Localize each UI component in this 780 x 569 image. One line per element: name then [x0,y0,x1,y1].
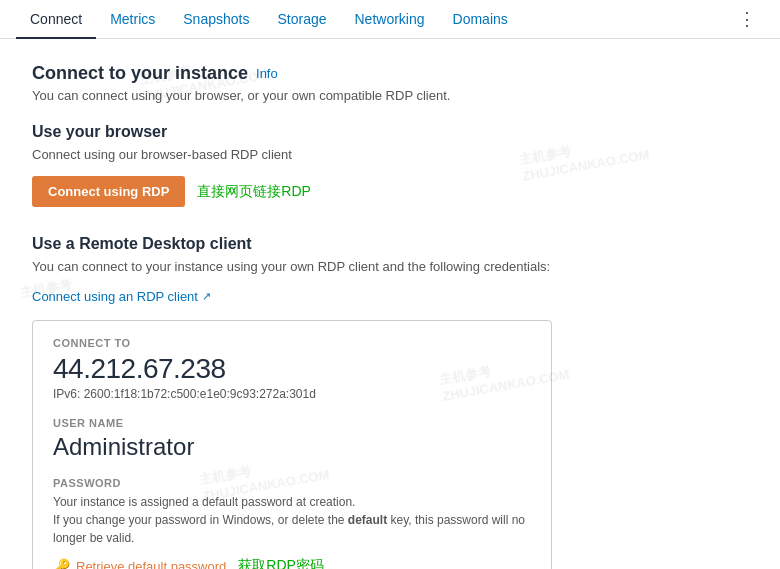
tab-snapshots[interactable]: Snapshots [169,1,263,39]
password-desc-line1: Your instance is assigned a default pass… [53,495,355,509]
username-section: USER NAME Administrator [53,417,531,461]
page-title: Connect to your instance Info [32,63,688,84]
connect-to-label: CONNECT TO [53,337,531,349]
rdp-client-section: Use a Remote Desktop client You can conn… [32,235,688,304]
info-link[interactable]: Info [256,66,278,81]
rdp-client-desc: You can connect to your instance using y… [32,259,688,274]
key-icon: 🔑 [53,558,70,569]
external-link-icon: ↗ [202,290,211,303]
rdp-annotation: 直接网页链接RDP [197,183,311,201]
credentials-box: CONNECT TO 44.212.67.238 IPv6: 2600:1f18… [32,320,552,569]
password-description: Your instance is assigned a default pass… [53,493,531,547]
tab-storage[interactable]: Storage [263,1,340,39]
main-content: Connect to your instance Info You can co… [0,39,720,569]
username-value: Administrator [53,433,531,461]
ip-address: 44.212.67.238 [53,353,531,385]
tab-networking[interactable]: Networking [341,1,439,39]
password-desc-bold: default [348,513,387,527]
connect-to-section: CONNECT TO 44.212.67.238 IPv6: 2600:1f18… [53,337,531,401]
password-desc-line2: If you change your password in Windows, … [53,513,345,527]
more-options-button[interactable]: ⋮ [730,0,764,38]
header-description: You can connect using your browser, or y… [32,88,688,103]
retrieve-password-link[interactable]: 🔑 Retrieve default password [53,558,226,569]
ipv6-address: IPv6: 2600:1f18:1b72:c500:e1e0:9c93:272a… [53,387,531,401]
tab-bar: Connect Metrics Snapshots Storage Networ… [0,0,780,39]
browser-section-title: Use your browser [32,123,688,141]
password-section: PASSWORD Your instance is assigned a def… [53,477,531,569]
rdp-button-row: Connect using RDP 直接网页链接RDP [32,176,688,207]
rdp-client-title: Use a Remote Desktop client [32,235,688,253]
connect-rdp-button[interactable]: Connect using RDP [32,176,185,207]
retrieve-annotation: 获取RDP密码 [238,557,324,569]
username-label: USER NAME [53,417,531,429]
retrieve-row: 🔑 Retrieve default password 获取RDP密码 [53,557,531,569]
connect-header-section: Connect to your instance Info You can co… [32,63,688,103]
page-title-text: Connect to your instance [32,63,248,84]
tab-metrics[interactable]: Metrics [96,1,169,39]
browser-section: Use your browser Connect using our brows… [32,123,688,207]
rdp-client-link[interactable]: Connect using an RDP client ↗ [32,289,211,304]
browser-section-desc: Connect using our browser-based RDP clie… [32,147,688,162]
password-label: PASSWORD [53,477,531,489]
tab-connect[interactable]: Connect [16,1,96,39]
tab-domains[interactable]: Domains [439,1,522,39]
retrieve-label: Retrieve default password [76,559,226,570]
rdp-link-label: Connect using an RDP client [32,289,198,304]
